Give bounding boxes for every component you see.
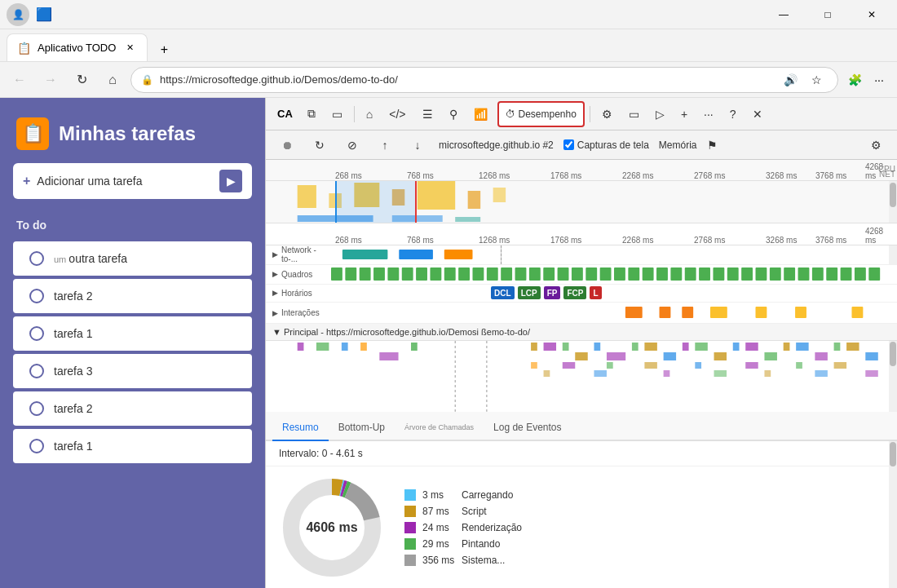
devtools-inspect-button[interactable]: ▭ — [325, 101, 349, 127]
tab-bottom-up[interactable]: Bottom-Up — [329, 415, 395, 441]
minimize-button[interactable]: — — [765, 0, 802, 29]
task-checkbox[interactable] — [29, 326, 44, 341]
main-vscrollbar[interactable] — [889, 341, 897, 412]
svg-rect-99 — [714, 370, 727, 377]
devtools-close-button[interactable]: ✕ — [746, 101, 769, 127]
svg-rect-84 — [815, 352, 827, 360]
task-item[interactable]: tarefa 1 — [13, 316, 252, 351]
refresh-button[interactable]: ↻ — [68, 67, 95, 93]
devtools-settings-button[interactable]: ⚙ — [595, 101, 619, 127]
new-tab-button[interactable]: + — [151, 38, 177, 61]
main-vscrollbar-thumb[interactable] — [890, 342, 896, 366]
devtools-add-button[interactable]: + — [674, 101, 694, 127]
timeline-vscrollbar-thumb[interactable] — [890, 183, 896, 207]
svg-rect-77 — [695, 343, 707, 351]
bottom-vscrollbar-thumb[interactable] — [890, 442, 896, 466]
devtools-performance-button[interactable]: ⏱ Desempenho — [497, 101, 585, 127]
net-label: NET — [879, 170, 895, 179]
svg-rect-19 — [416, 267, 427, 281]
timings-row-label[interactable]: ▶ Horários — [266, 289, 331, 298]
address-bar[interactable]: 🔒 https://microsoftedge.github.io/Demos/… — [130, 67, 838, 93]
devtools-network-button[interactable]: 📶 — [467, 101, 494, 127]
svg-rect-53 — [660, 307, 671, 318]
close-button[interactable]: ✕ — [853, 0, 890, 29]
add-task-text: Adicionar uma tarefa — [37, 175, 213, 188]
download-button[interactable]: ↓ — [406, 134, 429, 157]
devtools-console-button[interactable]: ☰ — [416, 101, 440, 127]
upload-button[interactable]: ↑ — [373, 134, 396, 157]
devtools-device-button[interactable]: ▭ — [622, 101, 646, 127]
read-aloud-icon[interactable]: 🔊 — [779, 69, 802, 91]
frames-row-content — [331, 265, 897, 284]
recording-url: microsoftedge.github.io #2 — [439, 139, 554, 151]
net-vscroll[interactable] — [889, 245, 897, 264]
ruler-label-2: 3768 ms — [815, 236, 846, 245]
browser-tab-active[interactable]: 📋 Aplicativo TODO ✕ — [7, 33, 148, 61]
devtools-help-button[interactable]: ? — [723, 101, 743, 127]
back-button[interactable]: ← — [7, 67, 33, 93]
svg-rect-93 — [745, 362, 758, 369]
svg-rect-27 — [529, 267, 541, 281]
l-badge: L — [590, 286, 601, 299]
task-item[interactable]: um outra tarefa — [13, 241, 252, 276]
network-row-label[interactable]: ▶ Network - to-... — [266, 245, 331, 263]
performance-icon: ⏱ — [506, 108, 515, 120]
tab-close-button[interactable]: ✕ — [122, 41, 137, 55]
interactions-row-label[interactable]: ▶ Interações — [266, 308, 331, 317]
svg-rect-42 — [741, 267, 753, 281]
devtools-home-button[interactable]: ⌂ — [360, 101, 379, 127]
devtools-more-button[interactable]: ··· — [697, 101, 720, 127]
add-plus-icon: + — [23, 174, 30, 188]
forward-button[interactable]: → — [38, 67, 64, 93]
devtools-copy-button[interactable]: ⧉ — [301, 101, 322, 127]
extensions-icon[interactable]: 🧩 — [843, 69, 866, 91]
browser-more-icon[interactable]: ··· — [868, 69, 890, 91]
frames-row-label[interactable]: ▶ Quadros — [266, 270, 331, 279]
bottom-vscrollbar[interactable] — [889, 441, 897, 588]
recording-settings-button[interactable]: ⚙ — [864, 134, 887, 157]
refresh-record-button[interactable]: ↻ — [308, 134, 331, 157]
address-bar-area: ← → ↻ ⌂ 🔒 https://microsoftedge.github.i… — [0, 62, 897, 98]
devtools-camera-button[interactable]: ▷ — [649, 101, 671, 127]
svg-rect-13 — [331, 267, 342, 281]
add-task-area[interactable]: + Adicionar uma tarefa ▶ — [13, 163, 252, 199]
interactions-label: Interações — [281, 308, 320, 317]
screenshots-checkbox-input[interactable] — [563, 139, 574, 150]
tab-log[interactable]: Log de Eventos — [484, 415, 571, 441]
favorites-icon[interactable]: ☆ — [805, 69, 828, 91]
task-item[interactable]: tarefa 1 — [13, 429, 252, 463]
main-content: 📋 Minhas tarefas + Adicionar uma tarefa … — [0, 98, 897, 588]
record-button[interactable]: ⏺ — [276, 134, 298, 157]
svg-rect-18 — [402, 267, 413, 281]
svg-rect-76 — [683, 343, 689, 351]
flame-chart-svg — [266, 341, 897, 412]
task-checkbox[interactable] — [29, 439, 44, 453]
task-checkbox[interactable] — [29, 364, 44, 378]
maximize-button[interactable]: □ — [809, 0, 846, 29]
task-item[interactable]: tarefa 3 — [13, 354, 252, 388]
svg-rect-29 — [558, 267, 569, 281]
painting-color — [404, 538, 416, 550]
devtools-sources-button[interactable]: ⚲ — [443, 101, 464, 127]
task-item[interactable]: tarefa 2 — [13, 391, 252, 426]
task-checkbox[interactable] — [29, 289, 44, 303]
timeline-selection[interactable] — [335, 181, 417, 223]
loading-color — [404, 489, 416, 501]
fp-badge: FP — [544, 286, 561, 299]
task-label: tarefa 2 — [54, 402, 92, 415]
tab-bottom-up-label: Bottom-Up — [338, 422, 385, 433]
tab-resumo[interactable]: Resumo — [272, 415, 329, 441]
main-thread-header[interactable]: ▼ Principal - https://microsoftedge.gith… — [266, 324, 897, 341]
home-button[interactable]: ⌂ — [99, 67, 126, 93]
devtools-ca-button[interactable]: CA — [272, 108, 298, 120]
tab-arvore[interactable]: Árvore de Chamadas — [395, 415, 484, 441]
task-checkbox[interactable] — [29, 401, 44, 416]
add-task-arrow-button[interactable]: ▶ — [219, 170, 242, 192]
screenshots-checkbox[interactable]: Capturas de tela — [563, 139, 649, 151]
timeline-vscrollbar[interactable] — [889, 181, 897, 223]
task-item[interactable]: tarefa 2 — [13, 279, 252, 313]
profile-button[interactable]: 👤 — [7, 3, 29, 26]
devtools-code-button[interactable]: </> — [382, 101, 412, 127]
task-checkbox[interactable] — [29, 251, 44, 266]
cancel-record-button[interactable]: ⊘ — [341, 134, 364, 157]
